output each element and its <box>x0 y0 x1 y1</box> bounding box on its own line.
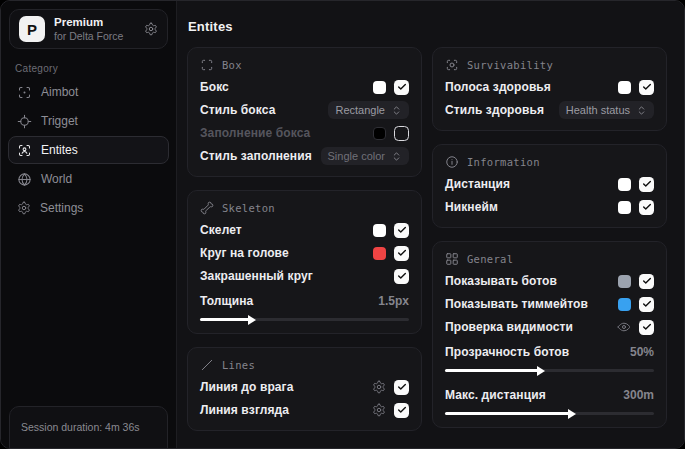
panel-survivability-header: Survivability <box>445 58 654 72</box>
show-teammates-color-swatch[interactable] <box>618 298 631 311</box>
nickname-label: Никнейм <box>445 200 498 214</box>
show-bots-checkbox[interactable] <box>639 274 654 289</box>
bone-icon <box>200 201 214 215</box>
sidebar-item-world[interactable]: World <box>8 165 169 193</box>
row-skeleton-enabled: Скелет <box>200 222 409 238</box>
filled-circle-checkbox[interactable] <box>394 269 409 284</box>
sidebar-item-label: Aimbot <box>41 85 78 99</box>
visibility-check-label: Проверка видимости <box>445 320 573 334</box>
thickness-label: Толщина <box>200 294 253 308</box>
box-enabled-controls <box>373 80 409 95</box>
box-fill-style-label: Стиль заполнения <box>200 149 312 163</box>
box-fill-controls <box>373 126 409 141</box>
visibility-check-checkbox[interactable] <box>639 320 654 335</box>
skeleton-enabled-checkbox[interactable] <box>394 223 409 238</box>
row-box-enabled: Бокс <box>200 79 409 95</box>
session-duration-label: Session duration: 4m 36s <box>21 421 156 433</box>
chevrons-up-down-icon <box>636 105 647 116</box>
panel-title: Survivability <box>467 59 553 71</box>
box-enabled-checkbox[interactable] <box>394 80 409 95</box>
sidebar-item-trigget[interactable]: Trigget <box>8 107 169 135</box>
crosshair-scan-icon <box>17 85 32 100</box>
row-box-fill: Заполнение бокса <box>200 125 409 141</box>
head-circle-label: Круг на голове <box>200 246 289 260</box>
row-nickname: Никнейм <box>445 199 654 215</box>
box-fill-label: Заполнение бокса <box>200 126 310 140</box>
sidebar-item-label: Settings <box>40 201 83 215</box>
bots-opacity-slider-thumb[interactable] <box>537 366 545 376</box>
nickname-color-swatch[interactable] <box>618 201 631 214</box>
health-style-dropdown[interactable]: Health status <box>559 101 654 119</box>
sidebar-item-settings[interactable]: Settings <box>8 194 169 222</box>
line-to-enemy-checkbox[interactable] <box>394 380 409 395</box>
gear-icon[interactable] <box>372 380 386 394</box>
category-label: Category <box>15 63 176 74</box>
skeleton-enabled-controls <box>373 223 409 238</box>
brand-text: Premium for Delta Force <box>54 15 135 43</box>
thickness-slider-thumb[interactable] <box>248 315 256 325</box>
bots-opacity-value: 50% <box>630 345 654 359</box>
show-bots-color-swatch[interactable] <box>618 275 631 288</box>
max-distance-value: 300m <box>623 388 654 402</box>
max-distance-slider-thumb[interactable] <box>568 409 576 419</box>
show-bots-label: Показывать ботов <box>445 274 557 288</box>
brand-subtitle: for Delta Force <box>54 30 135 43</box>
panel-title: Lines <box>222 359 255 371</box>
row-health-style: Стиль здоровьяHealth status <box>445 102 654 118</box>
page-title: Entites <box>188 19 674 34</box>
bots-opacity-slider[interactable] <box>445 369 654 372</box>
health-bar-controls <box>618 80 654 95</box>
sidebar-item-entites[interactable]: Entites <box>8 136 169 164</box>
thickness-value: 1.5px <box>378 294 409 308</box>
panel-skeleton: SkeletonСкелетКруг на головеЗакрашенный … <box>187 190 422 334</box>
panel-title: General <box>467 253 513 265</box>
filled-circle-controls <box>394 269 409 284</box>
panel-lines: LinesЛиния до врагаЛиния взгляда <box>187 347 422 431</box>
row-box-fill-style: Стиль заполненияSingle color <box>200 148 409 164</box>
gear-icon[interactable] <box>372 403 386 417</box>
globe-icon <box>17 172 32 187</box>
distance-color-swatch[interactable] <box>618 178 631 191</box>
distance-label: Дистанция <box>445 177 510 191</box>
panel-lines-header: Lines <box>200 358 409 372</box>
sidebar-item-aimbot[interactable]: Aimbot <box>8 78 169 106</box>
box-fill-color-swatch[interactable] <box>373 127 386 140</box>
grid-icon <box>445 252 459 266</box>
row-view-line: Линия взгляда <box>200 402 409 418</box>
thickness-slider[interactable] <box>200 318 409 321</box>
box-style-controls: Rectangle <box>328 101 409 119</box>
health-style-dropdown-value: Health status <box>566 104 630 116</box>
box-enabled-color-swatch[interactable] <box>373 81 386 94</box>
panel-general: GeneralПоказывать ботовПоказывать тиммей… <box>432 241 667 428</box>
info-icon <box>445 155 459 169</box>
head-circle-checkbox[interactable] <box>394 246 409 261</box>
head-circle-color-swatch[interactable] <box>373 247 386 260</box>
gear-icon[interactable] <box>144 22 158 36</box>
eye-icon[interactable] <box>617 320 631 334</box>
view-line-checkbox[interactable] <box>394 403 409 418</box>
nickname-checkbox[interactable] <box>639 200 654 215</box>
sidebar: P Premium for Delta Force Category Aimbo… <box>1 1 177 448</box>
row-box-style: Стиль боксаRectangle <box>200 102 409 118</box>
chevrons-up-down-icon <box>391 151 402 162</box>
box-style-dropdown[interactable]: Rectangle <box>328 101 409 119</box>
health-bar-label: Полоса здоровья <box>445 80 551 94</box>
box-fill-style-dropdown[interactable]: Single color <box>321 147 409 165</box>
health-bar-checkbox[interactable] <box>639 80 654 95</box>
distance-checkbox[interactable] <box>639 177 654 192</box>
sidebar-item-label: World <box>41 172 72 186</box>
session-box: Session duration: 4m 36s <box>9 406 168 449</box>
skeleton-enabled-label: Скелет <box>200 223 242 237</box>
health-style-label: Стиль здоровья <box>445 103 544 117</box>
skeleton-enabled-color-swatch[interactable] <box>373 224 386 237</box>
health-bar-color-swatch[interactable] <box>618 81 631 94</box>
bots-opacity-label: Прозрачность ботов <box>445 345 569 359</box>
sidebar-item-label: Trigget <box>41 114 78 128</box>
box-scan-icon <box>200 58 214 72</box>
box-enabled-label: Бокс <box>200 80 229 94</box>
max-distance-slider[interactable] <box>445 412 654 415</box>
box-fill-checkbox[interactable] <box>394 126 409 141</box>
show-bots-controls <box>618 274 654 289</box>
show-teammates-checkbox[interactable] <box>639 297 654 312</box>
thickness-slider-fill <box>200 318 250 321</box>
